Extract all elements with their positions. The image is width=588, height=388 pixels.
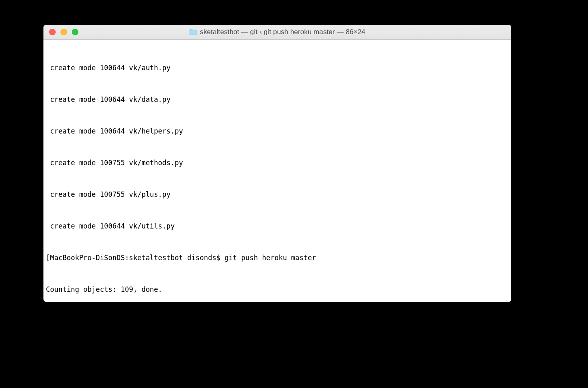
traffic-lights bbox=[43, 29, 78, 35]
terminal-line: create mode 100644 vk/helpers.py bbox=[43, 126, 511, 136]
folder-icon bbox=[189, 29, 197, 35]
terminal-line: [MacBookPro-DiSonDS:sketaltestbot disond… bbox=[43, 252, 511, 263]
terminal-line: create mode 100755 vk/plus.py bbox=[43, 189, 511, 200]
close-button[interactable] bbox=[49, 29, 56, 35]
terminal-line: create mode 100644 vk/auth.py bbox=[43, 63, 511, 73]
window-title: sketaltestbot — git ‹ git push heroku ma… bbox=[200, 28, 365, 36]
terminal-output[interactable]: create mode 100644 vk/auth.py create mod… bbox=[43, 40, 511, 302]
terminal-line: create mode 100644 vk/data.py bbox=[43, 94, 511, 105]
terminal-line: create mode 100644 vk/utils.py bbox=[43, 221, 511, 231]
zoom-button[interactable] bbox=[72, 29, 78, 35]
terminal-window: sketaltestbot — git ‹ git push heroku ma… bbox=[43, 25, 511, 302]
minimize-button[interactable] bbox=[61, 29, 67, 35]
terminal-line: Counting objects: 109, done. bbox=[43, 284, 511, 295]
terminal-line: create mode 100755 vk/methods.py bbox=[43, 157, 511, 168]
title-center: sketaltestbot — git ‹ git push heroku ma… bbox=[43, 28, 511, 36]
titlebar[interactable]: sketaltestbot — git ‹ git push heroku ma… bbox=[43, 25, 511, 40]
